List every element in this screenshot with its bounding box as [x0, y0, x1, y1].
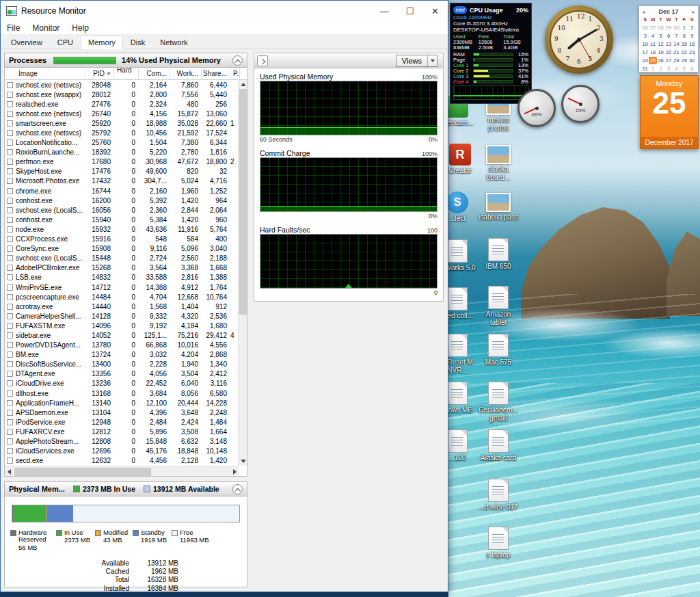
process-checkbox[interactable] [7, 274, 13, 280]
scroll-right-icon[interactable] [233, 469, 237, 475]
process-checkbox[interactable] [7, 361, 13, 367]
scroll-down-icon[interactable] [241, 460, 246, 463]
horizontal-scrollbar[interactable] [5, 466, 239, 476]
process-row[interactable]: CameraHelperShell...1412809,3324,3202,53… [5, 311, 239, 321]
calendar-day[interactable]: 27 [664, 57, 672, 64]
calendar-day[interactable]: 27 [649, 24, 656, 31]
process-row[interactable]: svchost.exe (LocalS...1605602,3602,8442,… [5, 205, 239, 215]
process-row[interactable]: ApplicationFrameH...13140012,10020,44414… [5, 398, 239, 408]
process-row[interactable]: conhost.exe1620005,3921,420964 [5, 196, 239, 205]
calendar-day[interactable]: 20 [664, 49, 672, 56]
process-checkbox[interactable] [7, 332, 13, 339]
calendar-day[interactable]: 29 [664, 24, 672, 31]
desktop-icon-alaska-board[interactable]: alaska board... [479, 142, 518, 181]
process-checkbox[interactable] [7, 410, 13, 416]
process-row[interactable]: ApplePhotoStream...12808015,8486,6323,14… [5, 436, 239, 446]
process-row[interactable]: SkypeHost.exe17476049,60082032 [5, 167, 239, 176]
process-checkbox[interactable] [7, 217, 13, 223]
process-checkbox[interactable] [7, 304, 13, 310]
tab-cpu[interactable]: CPU [50, 36, 81, 49]
maximize-button[interactable]: ☐ [397, 1, 422, 21]
process-row[interactable]: conhost.exe1594005,3841,420960 [5, 215, 239, 224]
process-row[interactable]: LocationNotificatio...2576001,5047,3806,… [5, 138, 239, 148]
collapse-processes-button[interactable] [232, 55, 243, 66]
process-checkbox[interactable] [7, 342, 13, 348]
process-row[interactable]: PowerDVD15Agent...13780066,86810,0164,55… [5, 341, 239, 350]
process-row[interactable]: RoxioBurnLaunche...1839205,2202,7801,816 [5, 148, 239, 157]
process-row[interactable]: acrotray.exe1444001,5681,404912 [5, 302, 239, 311]
process-row[interactable]: perfmon.exe17680030,96847,67218,8002 [5, 157, 239, 167]
process-row[interactable]: iPodService.exe1294802,4842,4241,484 [5, 417, 239, 427]
column-header-com[interactable]: Com... [139, 68, 170, 79]
tab-memory[interactable]: Memory [81, 36, 123, 49]
calendar-day[interactable]: 4 [673, 65, 680, 72]
calendar-day[interactable]: 8 [680, 32, 688, 40]
process-row[interactable]: svchost.exe (wsappx)2801202,8007,5565,44… [5, 90, 239, 99]
calendar-day[interactable]: 30 [688, 57, 696, 64]
process-row[interactable]: Microsoft.Photos.exe174320304,7...5,0244… [5, 176, 239, 186]
calendar-prev-icon[interactable]: ◄ [641, 10, 646, 14]
menu-file[interactable]: File [1, 23, 26, 33]
collapse-chart-pane-button[interactable] [257, 55, 268, 66]
calendar-day[interactable]: 24 [641, 57, 649, 64]
calendar-day[interactable]: 12 [657, 40, 664, 48]
calendar-day[interactable]: 7 [673, 32, 680, 40]
process-checkbox[interactable] [7, 111, 13, 117]
process-row[interactable]: node.exe15932043,63611,9165,764 [5, 224, 239, 234]
title-bar[interactable]: Resource Monitor — ☐ ✕ [1, 1, 448, 21]
process-row[interactable]: svchost.exe (netsvcs)2674004,15615,87213… [5, 109, 239, 118]
process-row[interactable]: CCXProcess.exe159160548584400 [5, 235, 239, 244]
calendar-day[interactable]: 26 [657, 57, 664, 64]
tab-disk[interactable]: Disk [123, 36, 152, 49]
menu-help[interactable]: Help [66, 23, 95, 33]
calendar-day[interactable]: 14 [673, 40, 680, 48]
process-checkbox[interactable] [7, 294, 13, 300]
calendar-day[interactable]: 28 [657, 24, 664, 31]
process-checkbox[interactable] [7, 92, 13, 98]
desktop-icon-mac-575[interactable]: Mac 575 [479, 334, 518, 367]
process-row[interactable]: FUFAXRCV.exe1281205,8963,5081,664 [5, 427, 239, 436]
process-row[interactable]: AdobeIPCBroker.exe1526803,5643,3681,668 [5, 263, 239, 273]
process-checkbox[interactable] [7, 236, 13, 242]
process-checkbox[interactable] [7, 371, 13, 377]
process-row[interactable]: svchost.exe (netsvcs)25792010,45621,5921… [5, 128, 239, 137]
views-dropdown-icon[interactable] [427, 55, 437, 66]
process-checkbox[interactable] [7, 159, 13, 165]
process-checkbox[interactable] [7, 390, 13, 397]
process-checkbox[interactable] [7, 198, 13, 204]
scroll-left-icon[interactable] [8, 469, 11, 475]
desktop-icon-ceciliahem-gmaill[interactable]: Ceciliahem... gmaill [479, 382, 518, 422]
physical-memory-header[interactable]: Physical Mem... 2373 MB In Use 13912 MB … [4, 481, 247, 496]
process-row[interactable]: svchost.exe (netsvcs)2804802,1647,8606,4… [5, 80, 239, 90]
calendar-day[interactable]: 5 [657, 32, 664, 40]
process-row[interactable]: FUFAXSTM.exe1409609,1924,1841,680 [5, 321, 239, 330]
views-button[interactable]: Views [396, 55, 438, 67]
process-checkbox[interactable] [7, 323, 13, 329]
column-header-share[interactable]: Share... [202, 68, 230, 79]
tab-overview[interactable]: Overview [3, 36, 50, 49]
calendar-day[interactable]: 13 [664, 40, 672, 48]
process-row[interactable]: APSDaemon.exe1310404,3963,6482,248 [5, 408, 239, 417]
process-row[interactable]: dllhost.exe1316803,6848,0566,580 [5, 388, 239, 398]
process-checkbox[interactable] [7, 380, 13, 386]
calendar-day[interactable]: 25 [649, 57, 656, 64]
process-checkbox[interactable] [7, 178, 13, 184]
process-checkbox[interactable] [7, 246, 13, 252]
process-checkbox[interactable] [7, 457, 13, 464]
process-checkbox[interactable] [7, 140, 13, 146]
clock-gadget[interactable]: 123456789101112 [545, 5, 613, 74]
menu-monitor[interactable]: Monitor [26, 23, 66, 33]
calendar-day[interactable]: 22 [680, 49, 688, 56]
process-checkbox[interactable] [7, 438, 13, 445]
calendar-day[interactable]: 16 [688, 40, 696, 48]
process-row[interactable]: realsched.exe2747602,324480256 [5, 99, 239, 109]
calendar-day[interactable]: 9 [688, 32, 696, 40]
process-row[interactable]: DTAgent.exe1335604,0563,5042,412 [5, 369, 239, 379]
column-header-hard[interactable]: Hard ... [114, 68, 139, 79]
calendar-day[interactable]: 6 [664, 32, 672, 40]
processes-header[interactable]: Processes 14% Used Physical Memory [4, 53, 247, 68]
calendar-day[interactable]: 30 [673, 24, 680, 31]
minimize-button[interactable]: — [372, 1, 397, 21]
process-row[interactable]: iCloudServices.exe12696045,17618,84810,1… [5, 447, 239, 456]
calendar-day[interactable]: 3 [641, 32, 649, 40]
